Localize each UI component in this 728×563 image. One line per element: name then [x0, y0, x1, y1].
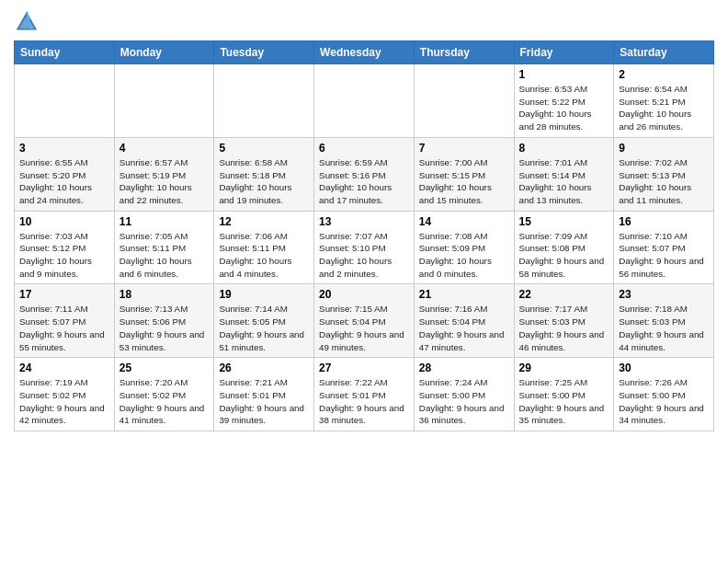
day-info: Sunrise: 7:07 AM Sunset: 5:10 PM Dayligh…	[319, 230, 409, 281]
day-number: 4	[119, 142, 210, 155]
day-number: 8	[519, 142, 609, 155]
header	[14, 9, 714, 35]
day-cell: 22Sunrise: 7:17 AM Sunset: 5:03 PM Dayli…	[514, 284, 614, 358]
day-info: Sunrise: 7:19 AM Sunset: 5:02 PM Dayligh…	[19, 376, 109, 427]
day-cell: 27Sunrise: 7:22 AM Sunset: 5:01 PM Dayli…	[314, 358, 415, 431]
calendar-table: SundayMondayTuesdayWednesdayThursdayFrid…	[14, 40, 714, 431]
day-info: Sunrise: 7:02 AM Sunset: 5:13 PM Dayligh…	[619, 156, 709, 207]
day-info: Sunrise: 7:05 AM Sunset: 5:11 PM Dayligh…	[119, 230, 210, 281]
day-number: 30	[619, 362, 709, 374]
day-info: Sunrise: 7:15 AM Sunset: 5:04 PM Dayligh…	[319, 303, 409, 353]
header-day-wednesday: Wednesday	[314, 41, 415, 64]
week-row-3: 17Sunrise: 7:11 AM Sunset: 5:07 PM Dayli…	[15, 284, 714, 358]
day-number: 9	[619, 142, 709, 155]
day-number: 14	[419, 215, 509, 228]
week-row-2: 10Sunrise: 7:03 AM Sunset: 5:12 PM Dayli…	[15, 211, 714, 284]
day-info: Sunrise: 6:58 AM Sunset: 5:18 PM Dayligh…	[219, 156, 309, 207]
day-number: 11	[119, 215, 210, 228]
header-row: SundayMondayTuesdayWednesdayThursdayFrid…	[15, 41, 714, 64]
day-cell	[414, 64, 514, 138]
day-cell	[114, 64, 214, 138]
day-number: 23	[619, 288, 709, 301]
day-info: Sunrise: 7:25 AM Sunset: 5:00 PM Dayligh…	[519, 376, 609, 427]
day-cell: 19Sunrise: 7:14 AM Sunset: 5:05 PM Dayli…	[214, 284, 314, 358]
day-info: Sunrise: 6:53 AM Sunset: 5:22 PM Dayligh…	[519, 83, 609, 133]
day-cell: 9Sunrise: 7:02 AM Sunset: 5:13 PM Daylig…	[614, 137, 714, 211]
day-cell: 10Sunrise: 7:03 AM Sunset: 5:12 PM Dayli…	[15, 211, 115, 284]
day-cell: 5Sunrise: 6:58 AM Sunset: 5:18 PM Daylig…	[214, 137, 314, 211]
day-number: 16	[619, 215, 709, 228]
logo-icon	[14, 9, 40, 35]
day-number: 1	[519, 68, 609, 81]
day-info: Sunrise: 7:18 AM Sunset: 5:03 PM Dayligh…	[619, 303, 709, 353]
day-info: Sunrise: 7:26 AM Sunset: 5:00 PM Dayligh…	[619, 376, 709, 427]
day-number: 12	[219, 215, 309, 228]
day-number: 13	[319, 215, 409, 228]
day-cell: 3Sunrise: 6:55 AM Sunset: 5:20 PM Daylig…	[15, 137, 115, 211]
day-cell	[214, 64, 314, 138]
day-cell: 12Sunrise: 7:06 AM Sunset: 5:11 PM Dayli…	[214, 211, 314, 284]
day-number: 15	[519, 215, 609, 228]
day-cell: 8Sunrise: 7:01 AM Sunset: 5:14 PM Daylig…	[514, 137, 614, 211]
day-info: Sunrise: 7:09 AM Sunset: 5:08 PM Dayligh…	[519, 230, 609, 281]
day-cell: 4Sunrise: 6:57 AM Sunset: 5:19 PM Daylig…	[114, 137, 214, 211]
day-number: 21	[419, 288, 509, 301]
day-info: Sunrise: 6:57 AM Sunset: 5:19 PM Dayligh…	[119, 156, 210, 207]
day-number: 7	[419, 142, 509, 155]
calendar-header: SundayMondayTuesdayWednesdayThursdayFrid…	[15, 41, 714, 64]
day-cell: 15Sunrise: 7:09 AM Sunset: 5:08 PM Dayli…	[514, 211, 614, 284]
day-number: 2	[619, 68, 709, 81]
day-info: Sunrise: 6:59 AM Sunset: 5:16 PM Dayligh…	[319, 156, 409, 207]
day-info: Sunrise: 7:11 AM Sunset: 5:07 PM Dayligh…	[19, 303, 109, 353]
logo	[14, 9, 43, 35]
header-day-thursday: Thursday	[414, 41, 514, 64]
day-number: 6	[319, 142, 409, 155]
day-cell: 30Sunrise: 7:26 AM Sunset: 5:00 PM Dayli…	[614, 358, 714, 431]
day-number: 28	[419, 362, 509, 374]
day-info: Sunrise: 7:17 AM Sunset: 5:03 PM Dayligh…	[519, 303, 609, 353]
day-number: 10	[19, 215, 109, 228]
day-cell: 1Sunrise: 6:53 AM Sunset: 5:22 PM Daylig…	[514, 64, 614, 138]
day-cell: 25Sunrise: 7:20 AM Sunset: 5:02 PM Dayli…	[114, 358, 214, 431]
week-row-4: 24Sunrise: 7:19 AM Sunset: 5:02 PM Dayli…	[15, 358, 714, 431]
day-cell: 18Sunrise: 7:13 AM Sunset: 5:06 PM Dayli…	[114, 284, 214, 358]
day-cell: 28Sunrise: 7:24 AM Sunset: 5:00 PM Dayli…	[414, 358, 514, 431]
day-number: 27	[319, 362, 409, 374]
day-cell: 23Sunrise: 7:18 AM Sunset: 5:03 PM Dayli…	[614, 284, 714, 358]
day-cell: 14Sunrise: 7:08 AM Sunset: 5:09 PM Dayli…	[414, 211, 514, 284]
header-day-friday: Friday	[514, 41, 614, 64]
day-info: Sunrise: 7:03 AM Sunset: 5:12 PM Dayligh…	[19, 230, 109, 281]
day-number: 22	[519, 288, 609, 301]
day-number: 18	[119, 288, 210, 301]
day-cell	[15, 64, 115, 138]
day-number: 17	[19, 288, 109, 301]
day-info: Sunrise: 7:13 AM Sunset: 5:06 PM Dayligh…	[119, 303, 210, 353]
week-row-1: 3Sunrise: 6:55 AM Sunset: 5:20 PM Daylig…	[15, 137, 714, 211]
day-number: 5	[219, 142, 309, 155]
day-number: 3	[19, 142, 109, 155]
day-number: 29	[519, 362, 609, 374]
calendar-container: SundayMondayTuesdayWednesdayThursdayFrid…	[0, 0, 728, 441]
day-cell: 2Sunrise: 6:54 AM Sunset: 5:21 PM Daylig…	[614, 64, 714, 138]
day-info: Sunrise: 6:55 AM Sunset: 5:20 PM Dayligh…	[19, 156, 109, 207]
day-number: 24	[19, 362, 109, 374]
header-day-monday: Monday	[114, 41, 214, 64]
day-cell: 11Sunrise: 7:05 AM Sunset: 5:11 PM Dayli…	[114, 211, 214, 284]
header-day-saturday: Saturday	[614, 41, 714, 64]
day-cell	[314, 64, 415, 138]
week-row-0: 1Sunrise: 6:53 AM Sunset: 5:22 PM Daylig…	[15, 64, 714, 138]
day-number: 20	[319, 288, 409, 301]
day-cell: 29Sunrise: 7:25 AM Sunset: 5:00 PM Dayli…	[514, 358, 614, 431]
day-info: Sunrise: 7:00 AM Sunset: 5:15 PM Dayligh…	[419, 156, 509, 207]
header-day-tuesday: Tuesday	[214, 41, 314, 64]
day-cell: 7Sunrise: 7:00 AM Sunset: 5:15 PM Daylig…	[414, 137, 514, 211]
day-info: Sunrise: 7:21 AM Sunset: 5:01 PM Dayligh…	[219, 376, 309, 427]
day-info: Sunrise: 7:24 AM Sunset: 5:00 PM Dayligh…	[419, 376, 509, 427]
day-cell: 21Sunrise: 7:16 AM Sunset: 5:04 PM Dayli…	[414, 284, 514, 358]
day-info: Sunrise: 7:01 AM Sunset: 5:14 PM Dayligh…	[519, 156, 609, 207]
day-cell: 20Sunrise: 7:15 AM Sunset: 5:04 PM Dayli…	[314, 284, 415, 358]
day-number: 26	[219, 362, 309, 374]
day-info: Sunrise: 6:54 AM Sunset: 5:21 PM Dayligh…	[619, 83, 709, 133]
calendar-body: 1Sunrise: 6:53 AM Sunset: 5:22 PM Daylig…	[15, 64, 714, 431]
day-cell: 26Sunrise: 7:21 AM Sunset: 5:01 PM Dayli…	[214, 358, 314, 431]
